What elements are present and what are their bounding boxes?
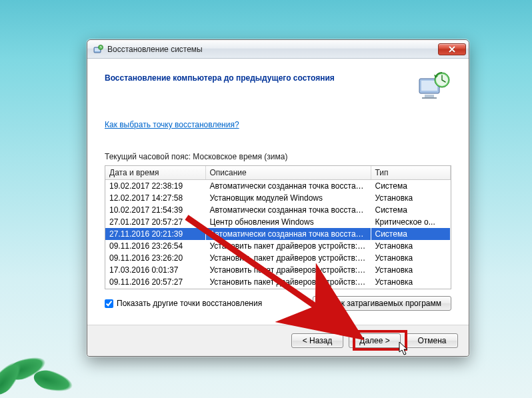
- next-button[interactable]: Далее >: [349, 333, 401, 348]
- button-bar: < Назад Далее > Отмена: [87, 325, 469, 356]
- restore-icon: [93, 44, 103, 55]
- table-cell-desc: Установить пакет драйверов устройств: Ог…: [205, 276, 371, 288]
- table-cell-date: 10.02.2017 21:54:39: [105, 204, 205, 216]
- table-cell-desc: Установщик модулей Windows: [205, 192, 371, 204]
- restore-points-table[interactable]: Дата и время Описание Тип 19.02.2017 22:…: [105, 165, 451, 289]
- help-link[interactable]: Как выбрать точку восстановления?: [105, 120, 451, 129]
- table-cell-date: 19.02.2017 22:38:19: [105, 180, 205, 193]
- table-cell-date: 27.01.2017 20:57:27: [105, 216, 205, 228]
- table-cell-desc: Установить пакет драйверов устройств: Ог…: [205, 264, 371, 276]
- show-more-checkbox-input[interactable]: [105, 299, 113, 308]
- table-cell-desc: Центр обновления Windows: [205, 216, 371, 228]
- timezone-label: Текущий часовой пояс: Московское время (…: [105, 152, 451, 161]
- table-cell-type: Установка: [371, 276, 451, 288]
- table-cell-desc: Автоматически созданная точка восстанов.…: [205, 228, 371, 240]
- table-cell-date: 17.03.2016 0:01:37: [105, 264, 205, 276]
- page-heading: Восстановление компьютера до предыдущего…: [105, 71, 409, 83]
- table-cell-date: 27.11.2016 20:21:39: [105, 228, 205, 240]
- table-cell-type: Установка: [371, 264, 451, 276]
- table-cell-desc: Автоматически созданная точка восстанов.…: [205, 180, 371, 193]
- table-cell-desc: Установить пакет драйверов устройств: Ог…: [205, 252, 371, 264]
- table-row[interactable]: 09.11.2016 23:26:20Установить пакет драй…: [105, 252, 451, 264]
- cancel-button[interactable]: Отмена: [406, 333, 458, 348]
- column-header-description[interactable]: Описание: [205, 166, 371, 180]
- table-row[interactable]: 09.11.2016 23:26:54Установить пакет драй…: [105, 240, 451, 252]
- table-cell-date: 12.02.2017 14:27:58: [105, 192, 205, 204]
- table-row[interactable]: 27.01.2017 20:57:27Центр обновления Wind…: [105, 216, 451, 228]
- show-more-label: Показать другие точки восстановления: [117, 299, 262, 308]
- svg-rect-6: [422, 97, 437, 99]
- table-cell-desc: Автоматически созданная точка восстанов.…: [205, 204, 371, 216]
- table-cell-type: Система: [371, 204, 451, 216]
- table-row[interactable]: 09.11.2016 20:57:27Установить пакет драй…: [105, 276, 451, 288]
- table-cell-type: Система: [371, 180, 451, 193]
- table-row[interactable]: 19.02.2017 22:38:19Автоматически созданн…: [105, 180, 451, 193]
- titlebar[interactable]: Восстановление системы: [87, 40, 469, 59]
- table-cell-type: Установка: [371, 240, 451, 252]
- table-cell-type: Критическое о...: [371, 216, 451, 228]
- table-row[interactable]: 27.11.2016 20:21:39Автоматически созданн…: [105, 228, 451, 240]
- table-cell-date: 09.11.2016 20:57:27: [105, 276, 205, 288]
- table-cell-date: 09.11.2016 23:26:20: [105, 252, 205, 264]
- table-cell-type: Система: [371, 228, 451, 240]
- table-cell-type: Установка: [371, 192, 451, 204]
- table-row[interactable]: 10.02.2017 21:54:39Автоматически созданн…: [105, 204, 451, 216]
- table-row[interactable]: 12.02.2017 14:27:58Установщик модулей Wi…: [105, 192, 451, 204]
- table-cell-type: Установка: [371, 252, 451, 264]
- window-title: Восстановление системы: [107, 45, 438, 54]
- column-header-date[interactable]: Дата и время: [105, 166, 205, 180]
- table-cell-date: 09.11.2016 23:26:54: [105, 240, 205, 252]
- restore-large-icon: [415, 71, 451, 101]
- back-button[interactable]: < Назад: [291, 333, 343, 348]
- table-row[interactable]: 17.03.2016 0:01:37Установить пакет драйв…: [105, 264, 451, 276]
- close-button[interactable]: [438, 43, 466, 55]
- system-restore-window: Восстановление системы Восстановление ко…: [87, 39, 469, 357]
- table-cell-desc: Установить пакет драйверов устройств: Ог…: [205, 240, 371, 252]
- svg-rect-5: [425, 95, 434, 97]
- show-more-checkbox[interactable]: Показать другие точки восстановления: [105, 299, 313, 308]
- column-header-type[interactable]: Тип: [371, 166, 451, 180]
- scan-affected-button[interactable]: Поиск затрагиваемых программ: [313, 296, 451, 311]
